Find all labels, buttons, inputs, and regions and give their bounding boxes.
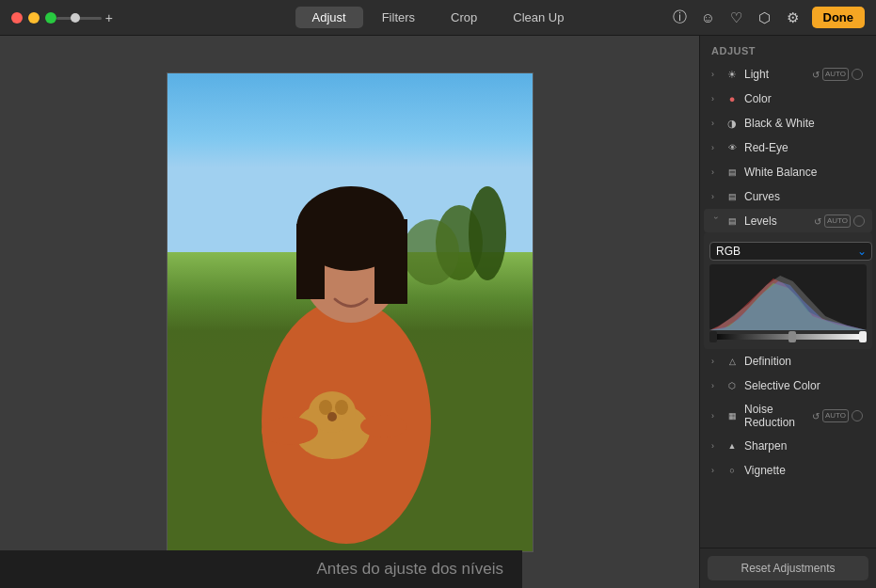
reset-levels-icon[interactable]: ↺ [814,216,821,227]
adjust-item-vignette[interactable]: › ○ Vignette [704,458,872,483]
adjust-label-curves: Curves [744,190,863,203]
adjust-label-definition: Definition [744,355,863,368]
levels-black-handle[interactable] [709,331,717,342]
toggle-levels[interactable] [853,215,865,227]
levels-mid-handle[interactable] [788,331,796,342]
info-icon[interactable]: ⓘ [671,8,690,27]
share-icon[interactable]: ⬡ [756,8,774,27]
reset-adjustments-button[interactable]: Reset Adjustments [708,556,868,580]
curves-icon: ▤ [725,189,740,204]
sharpen-icon: ▲ [725,438,740,453]
expand-arrow-color: › [711,94,721,103]
heart-icon[interactable]: ♡ [727,8,746,27]
auto-badge-light[interactable]: AUTO [822,68,849,80]
noise-actions: ↺ AUTO [812,409,863,421]
svg-rect-9 [296,224,325,299]
svg-point-4 [469,186,506,280]
expand-arrow-bw: › [711,119,721,128]
main-content: Antes do ajuste dos níveis ADJUST › ☀ Li… [0,36,876,588]
tab-crop[interactable]: Crop [434,7,494,28]
svg-rect-10 [374,219,407,304]
tab-filters[interactable]: Filters [365,7,432,28]
adjust-item-light[interactable]: › ☀ Light ↺ AUTO [704,62,872,87]
svg-point-17 [360,415,407,437]
adjust-label-redeye: Red-Eye [744,141,863,154]
svg-point-5 [403,219,459,285]
photo-area: Antes do ajuste dos níveis [0,36,699,588]
expand-arrow-vignette: › [711,466,721,475]
expand-arrow-light: › [711,70,721,79]
adjust-label-noise: Noise Reduction [744,403,812,429]
photo-container [167,72,534,552]
definition-icon: △ [725,354,740,369]
add-icon[interactable]: + [105,10,113,25]
rgb-select-row: RGB Red Green Blue Luminance ⌄ [709,242,867,261]
rgb-select[interactable]: RGB Red Green Blue Luminance [709,242,872,261]
right-panel: ADJUST › ☀ Light ↺ AUTO › ● Color [699,36,876,588]
close-button[interactable] [11,12,23,24]
selective-color-icon: ⬡ [725,378,740,393]
toggle-light[interactable] [852,69,863,80]
adjust-label-levels: Levels [744,215,814,228]
redeye-icon: 👁 [725,140,740,155]
adjust-label-sharpen: Sharpen [744,439,863,453]
minimize-button[interactable] [28,12,40,24]
adjust-item-color[interactable]: › ● Color [704,87,872,111]
tab-cleanup[interactable]: Clean Up [496,7,581,28]
adjust-label-selective: Selective Color [744,379,863,392]
settings-icon[interactable]: ⚙ [784,8,803,27]
levels-white-handle[interactable] [859,331,867,342]
adjust-item-noisereduction[interactable]: › ▦ Noise Reduction ↺ AUTO [704,398,872,434]
levels-icon: ▤ [725,214,740,229]
expand-arrow-selective: › [711,381,721,390]
adjust-label-color: Color [744,92,863,105]
adjust-item-selectivecolor[interactable]: › ⬡ Selective Color [704,373,872,398]
expand-arrow-curves: › [711,192,721,201]
adjust-label-bw: Black & White [744,117,863,130]
svg-point-15 [327,412,337,421]
adjust-item-whitebalance[interactable]: › ▤ White Balance [704,160,872,184]
adjust-item-sharpen[interactable]: › ▲ Sharpen [704,434,872,458]
adjust-item-levels[interactable]: › ▤ Levels ↺ AUTO [704,209,872,232]
expand-arrow-definition: › [711,357,721,366]
toggle-noise[interactable] [852,410,863,421]
color-icon: ● [725,91,740,106]
fullscreen-button[interactable] [45,12,56,24]
svg-point-14 [335,400,348,415]
levels-actions: ↺ AUTO [814,215,865,227]
expand-arrow-noise: › [711,411,721,421]
adjust-label-wb: White Balance [744,166,863,179]
levels-input-slider[interactable] [709,334,867,340]
expand-arrow-levels: › [711,216,721,226]
slider-knob [71,13,80,23]
traffic-lights [11,12,56,24]
adjust-item-definition[interactable]: › △ Definition [704,349,872,373]
expand-arrow-redeye: › [711,143,721,152]
adjust-label-light: Light [744,68,812,81]
bw-icon: ◑ [725,116,740,131]
wb-icon: ▤ [725,165,740,180]
reset-btn-area: Reset Adjustments [700,548,876,588]
adjust-list: › ☀ Light ↺ AUTO › ● Color › ◑ Black & W… [700,62,876,548]
adjust-item-redeye[interactable]: › 👁 Red-Eye [704,135,872,160]
auto-badge-noise[interactable]: AUTO [822,409,849,421]
histogram [709,264,867,330]
expand-arrow-wb: › [711,167,721,177]
expand-arrow-sharpen: › [711,441,721,451]
caption-text: Antes do ajuste dos níveis [317,560,503,579]
titlebar-tabs: Adjust Filters Crop Clean Up [295,7,581,28]
brightness-slider[interactable]: + [56,9,113,26]
done-button[interactable]: Done [812,7,866,28]
photo-caption: Antes do ajuste dos níveis [0,550,522,588]
titlebar: + Adjust Filters Crop Clean Up ⓘ ☺ ♡ ⬡ ⚙… [0,0,876,36]
reset-light-icon[interactable]: ↺ [812,70,820,80]
titlebar-actions: ⓘ ☺ ♡ ⬡ ⚙ Done [671,7,866,28]
emoji-icon[interactable]: ☺ [699,8,718,27]
auto-badge-levels[interactable]: AUTO [824,215,851,227]
adjust-item-curves[interactable]: › ▤ Curves [704,184,872,209]
light-actions: ↺ AUTO [812,68,863,80]
adjust-item-blackwhite[interactable]: › ◑ Black & White [704,111,872,135]
noise-icon: ▦ [725,408,740,423]
tab-adjust[interactable]: Adjust [295,7,363,28]
reset-noise-icon[interactable]: ↺ [812,411,820,421]
